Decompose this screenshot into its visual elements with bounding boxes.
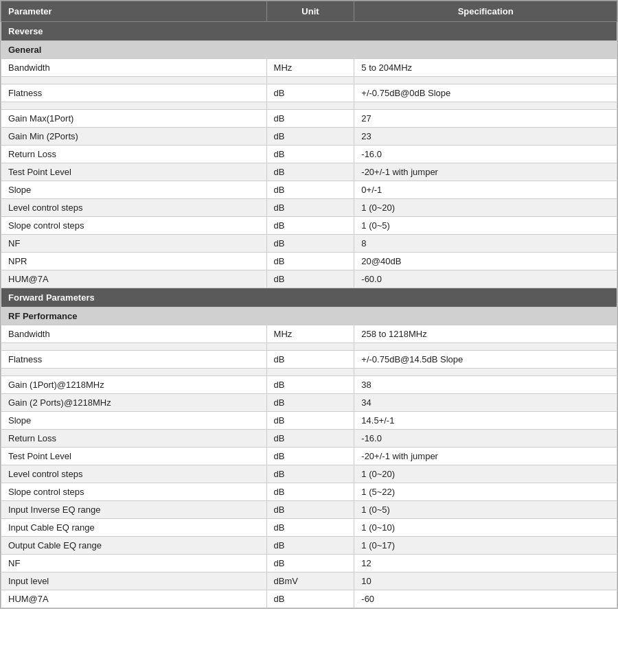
cell-parameter: Return Loss [1, 146, 267, 163]
cell-unit [266, 369, 354, 376]
table-row: Gain (2 Ports)@1218MHzdB34 [1, 394, 617, 412]
table-row: Gain Min (2Ports)dB23 [1, 128, 617, 146]
cell-unit: dB [266, 412, 354, 430]
cell-specification: 27 [354, 110, 617, 128]
cell-parameter: Gain (2 Ports)@1218MHz [1, 394, 267, 412]
table-row: SlopedB14.5+/-1 [1, 412, 617, 430]
cell-specification: +/-0.75dB@14.5dB Slope [354, 351, 617, 369]
cell-unit [266, 77, 354, 84]
cell-parameter: HUM@7A [1, 270, 267, 288]
cell-specification [354, 102, 617, 110]
cell-parameter: Slope control steps [1, 483, 267, 501]
table-row: Test Point LeveldB-20+/-1 with jumper [1, 448, 617, 465]
cell-unit: dB [266, 555, 354, 572]
table-row: Gain (1Port)@1218MHzdB38 [1, 376, 617, 394]
table-row: Input Inverse EQ rangedB1 (0~5) [1, 501, 617, 519]
cell-specification: 258 to 1218MHz [354, 325, 617, 343]
table-row: FlatnessdB+/-0.75dB@0dB Slope [1, 84, 617, 102]
cell-unit: dB [266, 270, 354, 288]
sub-section-header-label: General [1, 41, 617, 59]
cell-unit: dB [266, 351, 354, 369]
table-row [1, 77, 617, 84]
cell-parameter: Flatness [1, 351, 267, 369]
cell-unit: dB [266, 146, 354, 163]
cell-unit: dB [266, 537, 354, 555]
spec-table-container: Parameter Unit Specification ReverseGene… [0, 0, 618, 609]
table-row: NFdB8 [1, 235, 617, 253]
cell-unit: dB [266, 501, 354, 519]
cell-parameter: Gain (1Port)@1218MHz [1, 376, 267, 394]
section-header-label: Reverse [1, 22, 617, 41]
cell-parameter: Slope [1, 412, 267, 430]
header-parameter: Parameter [1, 1, 267, 22]
header-specification: Specification [354, 1, 617, 22]
cell-unit: MHz [266, 325, 354, 343]
cell-parameter: Gain Max(1Port) [1, 110, 267, 128]
cell-specification: -60 [354, 590, 617, 608]
table-row: NPRdB20@40dB [1, 253, 617, 270]
cell-specification: 10 [354, 572, 617, 590]
cell-parameter: Bandwidth [1, 325, 267, 343]
cell-unit: dB [266, 376, 354, 394]
table-row: Gain Max(1Port)dB27 [1, 110, 617, 128]
cell-specification: -20+/-1 with jumper [354, 163, 617, 181]
cell-parameter: NF [1, 235, 267, 253]
table-row: Test Point LeveldB-20+/-1 with jumper [1, 163, 617, 181]
cell-specification: +/-0.75dB@0dB Slope [354, 84, 617, 102]
cell-unit: dB [266, 163, 354, 181]
cell-parameter: Bandwidth [1, 59, 267, 77]
cell-specification: 5 to 204MHz [354, 59, 617, 77]
sub-section-header-row: RF Performance [1, 308, 617, 325]
cell-parameter: Slope [1, 181, 267, 199]
cell-specification: 1 (0~20) [354, 465, 617, 483]
cell-specification: 0+/-1 [354, 181, 617, 199]
cell-specification: 1 (0~17) [354, 537, 617, 555]
cell-specification: 38 [354, 376, 617, 394]
cell-specification: 20@40dB [354, 253, 617, 270]
cell-unit: dB [266, 430, 354, 448]
cell-specification: 8 [354, 235, 617, 253]
cell-unit: dB [266, 217, 354, 235]
cell-unit: dB [266, 590, 354, 608]
cell-specification [354, 77, 617, 84]
cell-specification: 12 [354, 555, 617, 572]
spec-table: Parameter Unit Specification ReverseGene… [1, 1, 617, 608]
cell-unit: dB [266, 253, 354, 270]
cell-parameter: NPR [1, 253, 267, 270]
cell-specification [354, 343, 617, 351]
cell-unit: dB [266, 128, 354, 146]
cell-unit: dB [266, 394, 354, 412]
cell-parameter: Input Cable EQ range [1, 519, 267, 537]
table-row: Level control stepsdB1 (0~20) [1, 199, 617, 217]
table-row: Slope control stepsdB1 (5~22) [1, 483, 617, 501]
table-row [1, 102, 617, 110]
cell-unit: dB [266, 110, 354, 128]
cell-specification [354, 369, 617, 376]
cell-parameter: Input Inverse EQ range [1, 501, 267, 519]
cell-unit: MHz [266, 59, 354, 77]
section-header-label: Forward Parameters [1, 288, 617, 308]
cell-parameter [1, 102, 267, 110]
cell-unit: dB [266, 235, 354, 253]
cell-parameter: Test Point Level [1, 163, 267, 181]
cell-parameter: HUM@7A [1, 590, 267, 608]
table-row: HUM@7AdB-60.0 [1, 270, 617, 288]
cell-specification: 14.5+/-1 [354, 412, 617, 430]
table-row [1, 343, 617, 351]
cell-specification: 1 (0~20) [354, 199, 617, 217]
cell-unit [266, 343, 354, 351]
cell-specification: -20+/-1 with jumper [354, 448, 617, 465]
table-header-row: Parameter Unit Specification [1, 1, 617, 22]
table-row: BandwidthMHz258 to 1218MHz [1, 325, 617, 343]
cell-unit [266, 102, 354, 110]
cell-parameter: Level control steps [1, 199, 267, 217]
section-header-row: Forward Parameters [1, 288, 617, 308]
cell-specification: -16.0 [354, 430, 617, 448]
cell-unit: dBmV [266, 572, 354, 590]
table-row: Slope control stepsdB1 (0~5) [1, 217, 617, 235]
table-row: Return LossdB-16.0 [1, 146, 617, 163]
cell-parameter: Return Loss [1, 430, 267, 448]
cell-unit: dB [266, 181, 354, 199]
table-row: SlopedB0+/-1 [1, 181, 617, 199]
sub-section-header-row: General [1, 41, 617, 59]
